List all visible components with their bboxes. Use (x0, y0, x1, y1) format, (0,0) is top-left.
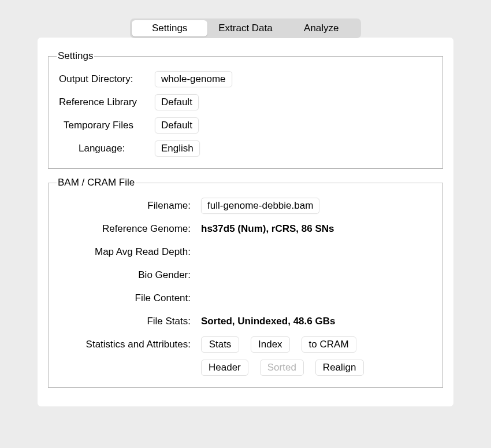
reference-genome-label: Reference Genome: (57, 223, 201, 235)
temporary-files-label: Temporary Files (57, 120, 155, 131)
language-value[interactable]: English (155, 140, 200, 157)
file-stats-label: File Stats: (57, 316, 201, 327)
output-directory-value[interactable]: whole-genome (155, 71, 232, 87)
filename-label: Filename: (57, 200, 201, 212)
reference-genome-value: hs37d5 (Num), rCRS, 86 SNs (201, 223, 434, 235)
settings-panel: Settings Output Directory: whole-genome … (38, 38, 453, 406)
stats-button[interactable]: Stats (201, 336, 239, 353)
sorted-button: Sorted (260, 360, 304, 376)
filename-value[interactable]: full-genome-debbie.bam (201, 198, 319, 214)
bam-cram-legend: BAM / CRAM File (57, 177, 136, 188)
reference-library-label: Reference Library (57, 97, 155, 108)
bam-cram-group: BAM / CRAM File Filename: full-genome-de… (48, 177, 443, 388)
realign-button[interactable]: Realign (315, 360, 364, 376)
index-button[interactable]: Index (251, 336, 290, 353)
tab-bar: Settings Extract Data Analyze (130, 18, 361, 38)
language-label: Language: (57, 143, 155, 154)
settings-group: Settings Output Directory: whole-genome … (48, 50, 443, 169)
settings-legend: Settings (57, 50, 94, 62)
file-stats-value: Sorted, Unindexed, 48.6 GBs (201, 316, 434, 327)
statistics-attributes-label: Statistics and Attributes: (57, 339, 201, 350)
tab-settings[interactable]: Settings (132, 20, 207, 36)
output-directory-label: Output Directory: (57, 73, 155, 85)
to-cram-button[interactable]: to CRAM (302, 336, 356, 353)
temporary-files-value[interactable]: Default (155, 117, 199, 134)
reference-library-value[interactable]: Default (155, 94, 199, 110)
header-button[interactable]: Header (201, 360, 248, 376)
map-avg-read-depth-label: Map Avg Read Depth: (57, 246, 201, 258)
tab-extract-data[interactable]: Extract Data (207, 20, 283, 36)
tab-analyze[interactable]: Analyze (284, 20, 359, 36)
main-window: Settings Extract Data Analyze Settings O… (26, 12, 465, 418)
file-content-label: File Content: (57, 293, 201, 304)
bio-gender-label: Bio Gender: (57, 269, 201, 281)
